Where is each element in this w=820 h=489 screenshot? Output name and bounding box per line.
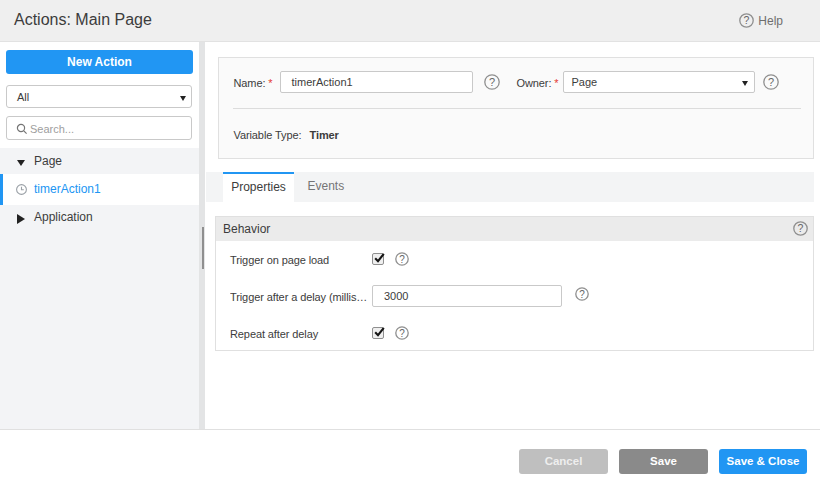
svg-text:?: ? <box>744 14 750 26</box>
svg-text:?: ? <box>399 254 405 265</box>
svg-text:?: ? <box>488 76 494 88</box>
svg-text:?: ? <box>399 328 405 339</box>
svg-text:?: ? <box>767 76 773 88</box>
svg-text:?: ? <box>579 289 585 300</box>
svg-text:?: ? <box>797 222 803 234</box>
